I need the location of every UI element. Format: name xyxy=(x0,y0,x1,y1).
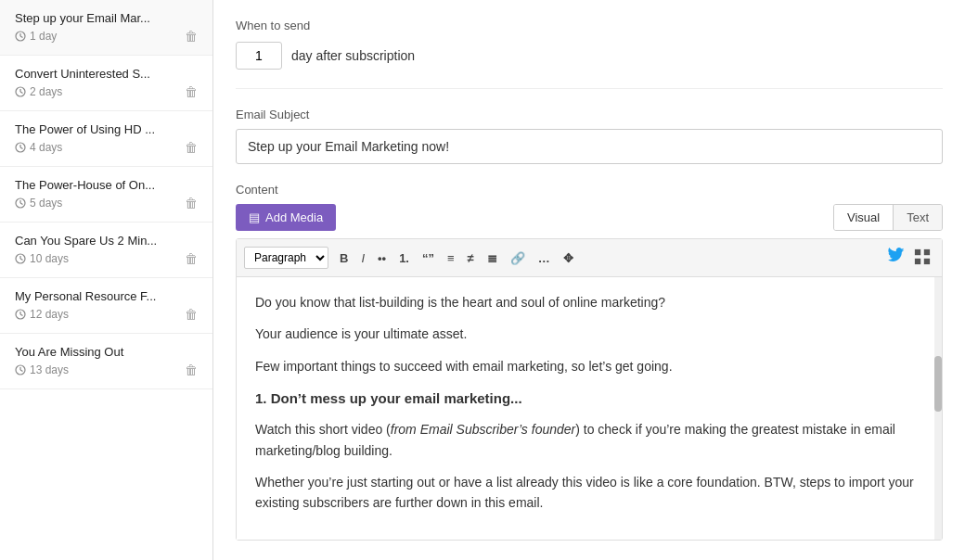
sidebar-item-title-4: The Power-House of On... xyxy=(15,178,163,192)
unordered-list-button[interactable]: •• xyxy=(372,248,392,268)
align-center-button[interactable]: ≠ xyxy=(462,248,480,268)
sidebar-item-title-7: You Are Missing Out xyxy=(15,345,163,359)
sidebar-item-days-6: 12 days xyxy=(15,308,69,321)
sidebar-item-meta-3: 4 days 🗑 xyxy=(15,140,198,155)
more-button[interactable]: … xyxy=(533,248,556,268)
clock-icon xyxy=(15,253,26,264)
when-to-send-row: day after subscription xyxy=(236,42,943,70)
blockquote-button[interactable]: “” xyxy=(417,248,440,268)
sidebar-item-title-6: My Personal Resource F... xyxy=(15,289,163,303)
fullscreen-button[interactable]: ✥ xyxy=(558,248,579,268)
trash-icon-3[interactable]: 🗑 xyxy=(185,140,198,155)
ordered-list-button[interactable]: 1. xyxy=(393,248,415,268)
sidebar-item-days-4: 5 days xyxy=(15,197,62,210)
editor-content[interactable]: Do you know that list-building is the he… xyxy=(237,277,942,540)
svg-rect-21 xyxy=(915,248,920,254)
sidebar-item-7[interactable]: You Are Missing Out 13 days 🗑 xyxy=(0,334,212,389)
clock-icon xyxy=(15,197,26,209)
sidebar-item-5[interactable]: Can You Spare Us 2 Min... 10 days 🗑 xyxy=(0,223,212,278)
svg-line-20 xyxy=(20,370,23,372)
sidebar-item-3[interactable]: The Power of Using HD ... 4 days 🗑 xyxy=(0,111,212,167)
tab-text[interactable]: Text xyxy=(894,205,942,230)
clock-icon xyxy=(15,31,26,42)
sidebar-item-6[interactable]: My Personal Resource F... 12 days 🗑 xyxy=(0,278,212,334)
content-p5: Whether you’re just starting out or have… xyxy=(255,472,923,514)
sidebar-item-days-1: 1 day xyxy=(15,30,57,43)
sidebar-item-days-7: 13 days xyxy=(15,363,69,376)
paragraph-select[interactable]: Paragraph xyxy=(244,247,328,269)
clock-icon xyxy=(15,364,26,375)
content-p3: Few important things to succeed with ema… xyxy=(255,356,923,376)
svg-line-11 xyxy=(20,203,23,205)
content-p1: Do you know that list-building is the he… xyxy=(255,292,923,312)
sidebar-item-meta-4: 5 days 🗑 xyxy=(15,196,198,210)
clock-icon xyxy=(15,86,26,97)
grid-icon-button[interactable] xyxy=(910,246,934,271)
twitter-icon-button[interactable] xyxy=(884,245,908,271)
days-input[interactable] xyxy=(236,42,282,70)
trash-icon-4[interactable]: 🗑 xyxy=(185,196,198,210)
svg-rect-22 xyxy=(924,248,930,254)
clock-icon xyxy=(15,309,26,320)
sidebar-item-days-5: 10 days xyxy=(15,252,69,265)
clock-icon xyxy=(15,142,26,153)
tab-visual[interactable]: Visual xyxy=(834,205,894,230)
sidebar-item-meta-5: 10 days 🗑 xyxy=(15,251,198,266)
sidebar-item-4[interactable]: The Power-House of On... 5 days 🗑 xyxy=(0,167,212,223)
editor-toolbar: Paragraph B I •• 1. “” ≡ ≠ ≣ 🔗 … ✥ xyxy=(237,239,942,277)
sidebar-item-days-3: 4 days xyxy=(15,141,62,154)
bold-button[interactable]: B xyxy=(334,248,354,268)
sidebar-item-title-2: Convert Uninterested S... xyxy=(15,67,163,81)
align-left-button[interactable]: ≡ xyxy=(442,248,460,268)
sidebar-item-1[interactable]: Step up your Email Mar... 1 day 🗑 xyxy=(0,0,212,56)
trash-icon-2[interactable]: 🗑 xyxy=(185,84,198,99)
svg-line-8 xyxy=(20,147,23,149)
content-p4: Watch this short video (from Email Subsc… xyxy=(255,419,923,461)
trash-icon-5[interactable]: 🗑 xyxy=(185,251,198,266)
trash-icon-7[interactable]: 🗑 xyxy=(185,363,198,377)
content-p2: Your audience is your ultimate asset. xyxy=(255,324,923,344)
email-subject-input[interactable] xyxy=(236,129,943,164)
editor-wrapper: Paragraph B I •• 1. “” ≡ ≠ ≣ 🔗 … ✥ Do yo… xyxy=(236,238,943,541)
add-media-label: Add Media xyxy=(265,210,323,224)
italic-button[interactable]: I xyxy=(355,248,370,268)
svg-rect-23 xyxy=(915,258,920,263)
sidebar-item-meta-2: 2 days 🗑 xyxy=(15,84,198,99)
sidebar-item-title-3: The Power of Using HD ... xyxy=(15,122,163,136)
link-button[interactable]: 🔗 xyxy=(505,248,531,268)
days-suffix-label: day after subscription xyxy=(291,48,415,63)
align-right-button[interactable]: ≣ xyxy=(482,248,503,268)
add-media-button[interactable]: ▤ Add Media xyxy=(236,204,336,231)
svg-line-17 xyxy=(20,314,23,316)
sidebar-item-meta-7: 13 days 🗑 xyxy=(15,363,198,377)
scrollbar-thumb[interactable] xyxy=(934,356,942,412)
email-sequence-sidebar: Step up your Email Mar... 1 day 🗑 Conver… xyxy=(0,0,213,560)
svg-line-14 xyxy=(20,259,23,261)
trash-icon-6[interactable]: 🗑 xyxy=(185,307,198,322)
content-h2-1: 1. Don’t mess up your email marketing... xyxy=(255,388,923,410)
when-to-send-label: When to send xyxy=(236,19,943,32)
sidebar-item-title-1: Step up your Email Mar... xyxy=(15,11,163,25)
email-subject-label: Email Subject xyxy=(236,108,943,121)
divider-1 xyxy=(236,88,943,89)
svg-line-2 xyxy=(20,36,23,38)
sidebar-item-meta-1: 1 day 🗑 xyxy=(15,29,198,44)
scrollbar-track[interactable] xyxy=(934,277,942,540)
sidebar-item-title-5: Can You Spare Us 2 Min... xyxy=(15,234,163,248)
sidebar-item-meta-6: 12 days 🗑 xyxy=(15,307,198,322)
add-media-icon: ▤ xyxy=(249,210,260,224)
svg-line-5 xyxy=(20,92,23,94)
content-toolbar-row: ▤ Add Media Visual Text xyxy=(236,204,943,231)
visual-text-tabs: Visual Text xyxy=(833,204,943,231)
svg-rect-24 xyxy=(924,258,930,263)
sidebar-item-days-2: 2 days xyxy=(15,85,62,98)
trash-icon-1[interactable]: 🗑 xyxy=(185,29,198,44)
email-editor-main: When to send day after subscription Emai… xyxy=(213,0,965,560)
content-label: Content xyxy=(236,183,943,197)
sidebar-item-2[interactable]: Convert Uninterested S... 2 days 🗑 xyxy=(0,56,212,111)
